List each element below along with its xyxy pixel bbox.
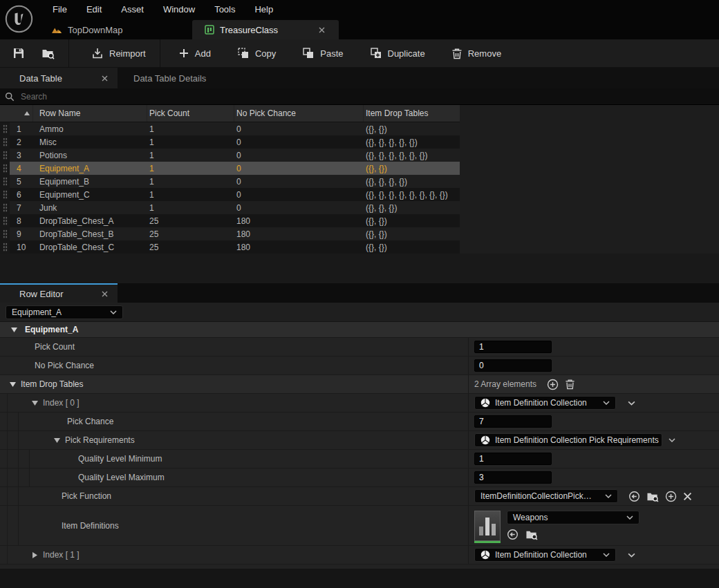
row-drag-handle[interactable] (0, 175, 10, 188)
browse-to-asset-button[interactable] (33, 42, 63, 65)
menu-asset[interactable]: Asset (111, 0, 153, 19)
element-options-chevron-icon[interactable] (622, 401, 640, 406)
asset-thumbnail[interactable] (474, 511, 501, 541)
row-drag-handle[interactable] (0, 135, 10, 149)
struct-sphere-icon (480, 398, 490, 408)
browse-to-asset-icon[interactable] (525, 529, 538, 540)
row-drag-handle[interactable] (0, 149, 10, 162)
triangle-down-icon[interactable] (8, 382, 17, 387)
asset-tab-treasureclass[interactable]: TreasureClass (192, 20, 339, 39)
type-value: Item Definition Collection Pick Requirem… (495, 435, 659, 445)
use-selected-asset-icon[interactable] (628, 491, 640, 502)
table-row[interactable]: 1 Ammo 1 0 ({}, {}) (0, 122, 460, 135)
indent-guide (7, 468, 8, 486)
table-row[interactable]: 5 Equipment_B 1 0 ({}, {}, {}, {}) (0, 175, 460, 188)
search-input[interactable] (15, 92, 719, 102)
row-drag-handle[interactable] (0, 240, 10, 254)
panel-bottom-empty-area (0, 569, 719, 588)
add-element-icon[interactable] (547, 379, 559, 390)
triangle-down-icon[interactable] (53, 438, 61, 443)
row-select-value: Equipment_A (12, 307, 62, 317)
index1-type-dropdown[interactable]: Item Definition Collection (474, 548, 616, 562)
table-row-selected[interactable]: 4 Equipment_A 1 0 ({}, {}) (0, 162, 460, 175)
row-drag-handle[interactable] (0, 122, 10, 135)
cell-no-pick-chance: 180 (234, 216, 364, 226)
add-row-button[interactable]: Add (170, 42, 219, 65)
tab-label: Data Table (19, 73, 62, 84)
row-drag-handle[interactable] (0, 162, 10, 175)
index0-type-dropdown[interactable]: Item Definition Collection (474, 396, 616, 410)
no-pick-chance-input[interactable] (474, 359, 552, 372)
paste-row-button[interactable]: Paste (294, 42, 351, 65)
menu-help[interactable]: Help (245, 0, 283, 19)
pick-chance-input[interactable] (474, 415, 552, 428)
tab-row-editor[interactable]: Row Editor (0, 283, 118, 303)
pick-requirements-type-dropdown[interactable]: Item Definition Collection Pick Requirem… (474, 433, 662, 447)
table-row[interactable]: 2 Misc 1 0 ({}, {}, {}, {}, {}) (0, 135, 460, 149)
asset-tab-topdownmap[interactable]: TopDownMap (39, 20, 192, 39)
clear-array-trash-icon[interactable] (565, 379, 575, 390)
table-row[interactable]: 6 Equipment_C 1 0 ({}, {}, {}, {}, {}, {… (0, 188, 460, 201)
column-header-item-drop-tables[interactable]: Item Drop Tables (364, 105, 460, 122)
row-drag-handle[interactable] (0, 227, 10, 240)
row-number: 9 (10, 229, 33, 239)
close-icon[interactable] (317, 25, 326, 35)
column-header-row-name[interactable]: Row Name (33, 105, 147, 122)
indent-guide (29, 468, 30, 486)
table-row[interactable]: 7 Junk 1 0 ({}, {}, {}) (0, 201, 460, 214)
row-number: 2 (10, 137, 33, 147)
close-icon[interactable] (100, 289, 109, 298)
data-table-grid: Row Name Pick Count No Pick Chance Item … (0, 105, 460, 254)
item-definitions-asset-dropdown[interactable]: Weapons (507, 511, 639, 524)
copy-row-button[interactable]: Copy (229, 42, 284, 65)
row-editor-toolbar: Equipment_A (0, 303, 719, 322)
save-button[interactable] (4, 42, 33, 65)
sort-column-header[interactable] (0, 105, 33, 122)
remove-row-button[interactable]: Remove (443, 42, 510, 65)
reimport-button[interactable]: Reimport (83, 42, 154, 65)
category-label: Equipment_A (25, 325, 78, 334)
element-options-chevron-icon[interactable] (622, 553, 640, 558)
duplicate-row-button[interactable]: Duplicate (362, 42, 433, 65)
table-row[interactable]: 9 DropTable_Chest_B 25 180 ({}, {}) (0, 227, 460, 240)
pick-function-dropdown[interactable]: ItemDefinitionCollectionPickFunction (474, 489, 618, 503)
use-selected-asset-icon[interactable] (507, 529, 519, 540)
indent-guide (18, 487, 19, 505)
tab-data-table-details[interactable]: Data Table Details (118, 68, 225, 88)
property-row-item-definitions: Item Definitions Weapons (0, 506, 719, 546)
pick-count-input[interactable] (474, 341, 552, 353)
table-row[interactable]: 3 Potions 1 0 ({}, {}, {}, {}, {}, {}) (0, 149, 460, 162)
category-header-equipment-a[interactable]: Equipment_A (0, 322, 719, 338)
struct-sphere-icon (480, 550, 490, 560)
browse-to-asset-icon[interactable] (646, 491, 659, 502)
cell-item-drop-tables: ({}, {}) (364, 216, 460, 226)
menu-window[interactable]: Window (153, 0, 205, 19)
menu-tools[interactable]: Tools (205, 0, 245, 19)
quality-level-minimum-input[interactable] (474, 453, 552, 465)
table-row[interactable]: 10 DropTable_Chest_C 25 180 ({}, {}) (0, 240, 460, 254)
menu-edit[interactable]: Edit (77, 0, 111, 19)
new-function-plus-icon[interactable] (665, 491, 677, 502)
row-drag-handle[interactable] (0, 201, 10, 214)
property-label: Pick Requirements (65, 435, 135, 445)
tab-data-table[interactable]: Data Table (0, 68, 118, 88)
cell-pick-count: 25 (147, 243, 234, 252)
quality-level-maximum-input[interactable] (474, 471, 552, 484)
close-icon[interactable] (100, 73, 109, 83)
chevron-down-icon (603, 401, 610, 405)
unreal-engine-logo-icon[interactable] (5, 5, 33, 33)
triangle-right-icon[interactable] (30, 552, 39, 558)
clear-function-x-icon[interactable] (683, 492, 692, 501)
menu-file[interactable]: File (43, 0, 77, 19)
column-header-no-pick-chance[interactable]: No Pick Chance (234, 105, 364, 122)
column-header-pick-count[interactable]: Pick Count (147, 105, 234, 122)
row-drag-handle[interactable] (0, 188, 10, 201)
cell-no-pick-chance: 0 (234, 177, 364, 187)
row-select-dropdown[interactable]: Equipment_A (6, 305, 123, 319)
table-row[interactable]: 8 DropTable_Chest_A 25 180 ({}, {}) (0, 214, 460, 227)
row-drag-handle[interactable] (0, 214, 10, 227)
folder-magnifier-icon (41, 47, 55, 59)
duplicate-label: Duplicate (388, 48, 425, 59)
triangle-down-icon[interactable] (30, 401, 39, 406)
asset-tab-bar: TopDownMap TreasureClass (39, 20, 339, 39)
